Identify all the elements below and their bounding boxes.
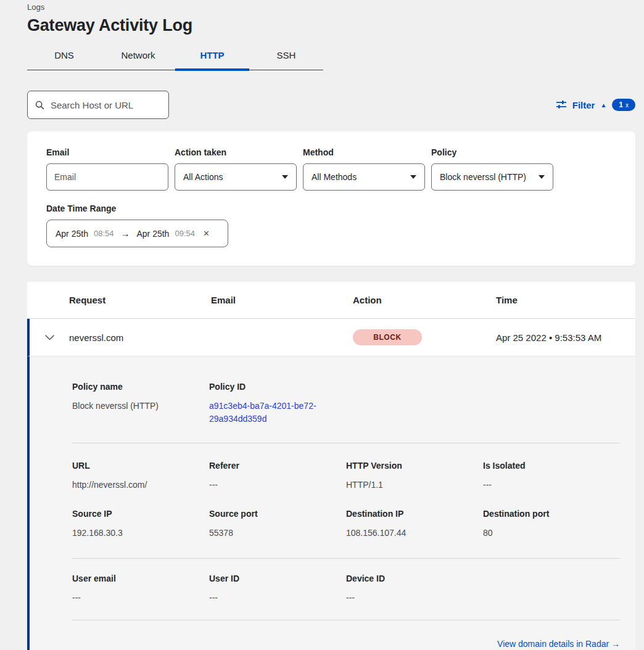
- destination-port-field: Destination port 80: [483, 509, 620, 540]
- tab-dns[interactable]: DNS: [27, 50, 101, 70]
- policy-name-label: Policy name: [72, 382, 209, 392]
- email-filter-label: Email: [46, 147, 168, 157]
- source-ip-field: Source IP 192.168.30.3: [72, 509, 209, 540]
- column-header-email: Email: [211, 295, 353, 305]
- user-email-field: User email ---: [72, 574, 209, 604]
- source-port-field: Source port 55378: [209, 509, 346, 540]
- policy-name-field: Policy name Block neverssl (HTTP): [72, 382, 209, 426]
- block-status-badge: BLOCK: [353, 329, 422, 345]
- filter-panel: Email Action taken All Actions Method Al…: [27, 131, 635, 266]
- source-port-value: 55378: [209, 527, 346, 540]
- device-id-value: ---: [346, 591, 483, 604]
- method-filter-group: Method All Methods: [303, 147, 425, 191]
- tab-ssh[interactable]: SSH: [249, 50, 323, 70]
- policy-id-field: Policy ID a91c3eb4-ba7a-4201-be72-29a934…: [209, 382, 346, 426]
- filter-fields-row: Email Action taken All Actions Method Al…: [46, 147, 617, 191]
- breadcrumb[interactable]: Logs: [27, 2, 635, 12]
- search-input[interactable]: [51, 100, 161, 110]
- collapse-caret-icon[interactable]: ▲: [600, 102, 606, 109]
- search-filter-row: Filter ▲ 1 x: [27, 91, 635, 119]
- action-taken-filter-group: Action taken All Actions: [175, 147, 297, 191]
- column-header-action: Action: [353, 295, 496, 305]
- row-request: neverssl.com: [69, 332, 211, 343]
- row-time: Apr 25 2022 • 9:53:53 AM: [496, 332, 635, 343]
- spacer: [72, 559, 620, 574]
- is-isolated-value: ---: [483, 479, 620, 492]
- spacer: [72, 540, 620, 558]
- policy-id-link[interactable]: a91c3eb4-ba7a-4201-be72-29a934dd359d: [209, 400, 332, 426]
- spacer: [72, 443, 620, 461]
- device-id-label: Device ID: [346, 574, 483, 583]
- chevron-down-icon: [410, 175, 416, 179]
- referer-value: ---: [209, 479, 346, 492]
- destination-ip-field: Destination IP 108.156.107.44: [346, 509, 483, 540]
- row-action-cell: BLOCK: [353, 329, 496, 345]
- referer-field: Referer ---: [209, 461, 346, 492]
- email-filter-input[interactable]: [46, 163, 168, 191]
- filter-controls: Filter ▲ 1 x: [556, 99, 635, 111]
- date-range-picker[interactable]: Apr 25th 08:54 → Apr 25th 09:54 ✕: [46, 220, 228, 247]
- start-time: 08:54: [94, 229, 114, 238]
- view-domain-radar-link[interactable]: View domain details in Radar →: [497, 639, 620, 649]
- destination-port-label: Destination port: [483, 509, 620, 519]
- method-select[interactable]: All Methods: [303, 163, 425, 191]
- policy-id-label: Policy ID: [209, 382, 346, 392]
- email-filter-group: Email: [46, 147, 168, 191]
- column-header-time: Time: [496, 295, 635, 305]
- url-value: http://neverssl.com/: [72, 479, 209, 492]
- policy-select[interactable]: Block neverssl (HTTP): [431, 163, 553, 191]
- http-version-field: HTTP Version HTTP/1.1: [346, 461, 483, 492]
- search-box[interactable]: [27, 91, 169, 119]
- date-range-group: Date Time Range Apr 25th 08:54 → Apr 25t…: [46, 204, 617, 247]
- tab-http[interactable]: HTTP: [175, 50, 249, 70]
- radar-link-row: View domain details in Radar →: [72, 620, 620, 649]
- filter-count-badge[interactable]: 1 x: [612, 99, 635, 111]
- policy-value: Block neverssl (HTTP): [440, 172, 526, 182]
- http-version-value: HTTP/1.1: [346, 479, 483, 492]
- destination-ip-value: 108.156.107.44: [346, 527, 483, 540]
- chevron-down-icon: [282, 175, 288, 179]
- column-header-request: Request: [69, 295, 211, 305]
- method-value: All Methods: [312, 172, 357, 182]
- referer-label: Referer: [209, 461, 346, 471]
- clear-date-range-icon[interactable]: ✕: [203, 229, 210, 238]
- filter-toggle-button[interactable]: Filter: [572, 100, 595, 110]
- is-isolated-field: Is Isolated ---: [483, 461, 620, 492]
- url-label: URL: [72, 461, 209, 471]
- policy-label: Policy: [431, 147, 553, 157]
- user-details-section: User email --- User ID --- Device ID ---: [72, 574, 620, 604]
- arrow-right-icon: →: [119, 228, 131, 239]
- spacer: [72, 426, 620, 443]
- http-version-label: HTTP Version: [346, 461, 483, 471]
- date-range-label: Date Time Range: [46, 204, 617, 213]
- empty-cell: [483, 574, 620, 604]
- table-header: Request Email Action Time: [27, 282, 635, 319]
- url-field: URL http://neverssl.com/: [72, 461, 209, 492]
- end-time: 09:54: [175, 229, 195, 238]
- user-id-value: ---: [209, 591, 346, 604]
- user-id-label: User ID: [209, 574, 346, 583]
- action-taken-label: Action taken: [175, 147, 297, 157]
- method-label: Method: [303, 147, 425, 157]
- spacer: [72, 604, 620, 620]
- log-type-tabs: DNS Network HTTP SSH: [27, 50, 323, 70]
- gateway-activity-log-page: Logs Gateway Activity Log DNS Network HT…: [0, 0, 644, 650]
- page-title: Gateway Activity Log: [27, 16, 635, 35]
- user-email-label: User email: [72, 574, 209, 583]
- start-date: Apr 25th: [56, 229, 88, 239]
- filter-count: 1: [619, 101, 623, 109]
- tab-network[interactable]: Network: [101, 50, 175, 70]
- clear-filters-icon[interactable]: x: [625, 102, 629, 109]
- action-taken-select[interactable]: All Actions: [175, 163, 297, 191]
- destination-ip-label: Destination IP: [346, 509, 483, 519]
- policy-section: Policy name Block neverssl (HTTP) Policy…: [72, 382, 620, 426]
- destination-port-value: 80: [483, 527, 620, 540]
- user-id-field: User ID ---: [209, 574, 346, 604]
- row-expander[interactable]: [30, 335, 69, 340]
- row-detail-panel: Policy name Block neverssl (HTTP) Policy…: [27, 356, 635, 650]
- chevron-down-icon: [539, 175, 545, 179]
- user-email-value: ---: [72, 591, 209, 604]
- table-row[interactable]: neverssl.com BLOCK Apr 25 2022 • 9:53:53…: [27, 319, 635, 356]
- policy-filter-group: Policy Block neverssl (HTTP): [431, 147, 553, 191]
- chevron-down-icon: [45, 335, 54, 340]
